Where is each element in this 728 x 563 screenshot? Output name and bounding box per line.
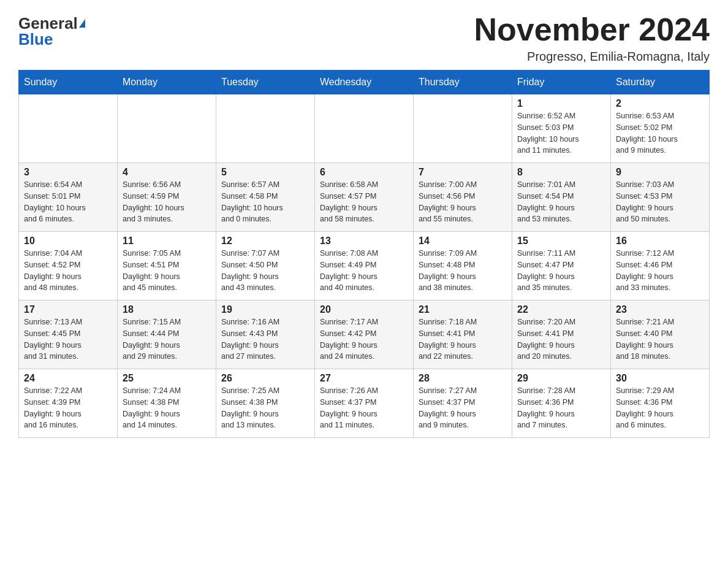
cell-sun-info: Sunrise: 7:28 AM Sunset: 4:36 PM Dayligh…: [517, 385, 605, 431]
page-header: General Blue November 2024 Progresso, Em…: [18, 12, 710, 64]
calendar-week-row: 10Sunrise: 7:04 AM Sunset: 4:52 PM Dayli…: [19, 232, 710, 301]
cell-sun-info: Sunrise: 7:00 AM Sunset: 4:56 PM Dayligh…: [419, 179, 507, 225]
cell-sun-info: Sunrise: 7:11 AM Sunset: 4:47 PM Dayligh…: [517, 248, 605, 294]
cell-date-number: 7: [419, 167, 507, 178]
cell-date-number: 22: [517, 304, 605, 315]
calendar-table: SundayMondayTuesdayWednesdayThursdayFrid…: [18, 70, 710, 438]
cell-date-number: 29: [517, 373, 605, 384]
cell-date-number: 30: [616, 373, 704, 384]
cell-sun-info: Sunrise: 7:20 AM Sunset: 4:41 PM Dayligh…: [517, 316, 605, 362]
calendar-cell: 26Sunrise: 7:25 AM Sunset: 4:38 PM Dayli…: [216, 369, 315, 438]
weekday-header-wednesday: Wednesday: [315, 71, 414, 94]
calendar-cell: [216, 94, 315, 163]
calendar-week-row: 3Sunrise: 6:54 AM Sunset: 5:01 PM Daylig…: [19, 163, 710, 232]
cell-date-number: 12: [221, 236, 309, 247]
cell-sun-info: Sunrise: 7:12 AM Sunset: 4:46 PM Dayligh…: [616, 248, 704, 294]
cell-date-number: 20: [320, 304, 408, 315]
cell-date-number: 16: [616, 236, 704, 247]
calendar-cell: 10Sunrise: 7:04 AM Sunset: 4:52 PM Dayli…: [19, 232, 118, 301]
calendar-cell: 24Sunrise: 7:22 AM Sunset: 4:39 PM Dayli…: [19, 369, 118, 438]
weekday-header-friday: Friday: [512, 71, 611, 94]
cell-sun-info: Sunrise: 7:09 AM Sunset: 4:48 PM Dayligh…: [419, 248, 507, 294]
cell-sun-info: Sunrise: 7:05 AM Sunset: 4:51 PM Dayligh…: [123, 248, 211, 294]
cell-sun-info: Sunrise: 7:04 AM Sunset: 4:52 PM Dayligh…: [24, 248, 112, 294]
weekday-header-tuesday: Tuesday: [216, 71, 315, 94]
cell-date-number: 21: [419, 304, 507, 315]
logo-general-text: General: [18, 15, 78, 31]
calendar-cell: 22Sunrise: 7:20 AM Sunset: 4:41 PM Dayli…: [512, 301, 611, 369]
cell-sun-info: Sunrise: 7:26 AM Sunset: 4:37 PM Dayligh…: [320, 385, 408, 431]
cell-sun-info: Sunrise: 7:25 AM Sunset: 4:38 PM Dayligh…: [221, 385, 309, 431]
cell-sun-info: Sunrise: 7:29 AM Sunset: 4:36 PM Dayligh…: [616, 385, 704, 431]
calendar-cell: 23Sunrise: 7:21 AM Sunset: 4:40 PM Dayli…: [611, 301, 710, 369]
calendar-cell: 4Sunrise: 6:56 AM Sunset: 4:59 PM Daylig…: [118, 163, 216, 232]
logo: General Blue: [18, 12, 85, 47]
cell-sun-info: Sunrise: 7:15 AM Sunset: 4:44 PM Dayligh…: [123, 316, 211, 362]
calendar-cell: [19, 94, 118, 163]
weekday-header-monday: Monday: [118, 71, 216, 94]
calendar-cell: 21Sunrise: 7:18 AM Sunset: 4:41 PM Dayli…: [414, 301, 512, 369]
cell-date-number: 9: [616, 167, 704, 178]
cell-date-number: 4: [123, 167, 211, 178]
calendar-cell: 9Sunrise: 7:03 AM Sunset: 4:53 PM Daylig…: [611, 163, 710, 232]
cell-sun-info: Sunrise: 7:01 AM Sunset: 4:54 PM Dayligh…: [517, 179, 605, 225]
cell-date-number: 15: [517, 236, 605, 247]
cell-sun-info: Sunrise: 7:16 AM Sunset: 4:43 PM Dayligh…: [221, 316, 309, 362]
calendar-cell: 27Sunrise: 7:26 AM Sunset: 4:37 PM Dayli…: [315, 369, 414, 438]
calendar-cell: 14Sunrise: 7:09 AM Sunset: 4:48 PM Dayli…: [414, 232, 512, 301]
cell-date-number: 11: [123, 236, 211, 247]
cell-date-number: 17: [24, 304, 112, 315]
cell-date-number: 23: [616, 304, 704, 315]
calendar-cell: 11Sunrise: 7:05 AM Sunset: 4:51 PM Dayli…: [118, 232, 216, 301]
cell-sun-info: Sunrise: 6:54 AM Sunset: 5:01 PM Dayligh…: [24, 179, 112, 225]
calendar-cell: 12Sunrise: 7:07 AM Sunset: 4:50 PM Dayli…: [216, 232, 315, 301]
cell-sun-info: Sunrise: 6:53 AM Sunset: 5:02 PM Dayligh…: [616, 110, 704, 156]
calendar-cell: 6Sunrise: 6:58 AM Sunset: 4:57 PM Daylig…: [315, 163, 414, 232]
cell-date-number: 1: [517, 98, 605, 109]
weekday-header-thursday: Thursday: [414, 71, 512, 94]
cell-sun-info: Sunrise: 7:22 AM Sunset: 4:39 PM Dayligh…: [24, 385, 112, 431]
cell-sun-info: Sunrise: 7:03 AM Sunset: 4:53 PM Dayligh…: [616, 179, 704, 225]
calendar-cell: 5Sunrise: 6:57 AM Sunset: 4:58 PM Daylig…: [216, 163, 315, 232]
location-title: Progresso, Emilia-Romagna, Italy: [474, 50, 710, 64]
cell-sun-info: Sunrise: 7:13 AM Sunset: 4:45 PM Dayligh…: [24, 316, 112, 362]
calendar-cell: 29Sunrise: 7:28 AM Sunset: 4:36 PM Dayli…: [512, 369, 611, 438]
logo-triangle-icon: [79, 19, 85, 28]
calendar-cell: 8Sunrise: 7:01 AM Sunset: 4:54 PM Daylig…: [512, 163, 611, 232]
cell-date-number: 5: [221, 167, 309, 178]
calendar-week-row: 1Sunrise: 6:52 AM Sunset: 5:03 PM Daylig…: [19, 94, 710, 163]
cell-date-number: 10: [24, 236, 112, 247]
weekday-header-sunday: Sunday: [19, 71, 118, 94]
calendar-cell: 18Sunrise: 7:15 AM Sunset: 4:44 PM Dayli…: [118, 301, 216, 369]
calendar-cell: 30Sunrise: 7:29 AM Sunset: 4:36 PM Dayli…: [611, 369, 710, 438]
cell-date-number: 24: [24, 373, 112, 384]
cell-date-number: 3: [24, 167, 112, 178]
cell-date-number: 26: [221, 373, 309, 384]
cell-sun-info: Sunrise: 7:08 AM Sunset: 4:49 PM Dayligh…: [320, 248, 408, 294]
cell-sun-info: Sunrise: 7:24 AM Sunset: 4:38 PM Dayligh…: [123, 385, 211, 431]
cell-date-number: 18: [123, 304, 211, 315]
calendar-cell: 13Sunrise: 7:08 AM Sunset: 4:49 PM Dayli…: [315, 232, 414, 301]
calendar-cell: 19Sunrise: 7:16 AM Sunset: 4:43 PM Dayli…: [216, 301, 315, 369]
calendar-cell: 16Sunrise: 7:12 AM Sunset: 4:46 PM Dayli…: [611, 232, 710, 301]
cell-date-number: 25: [123, 373, 211, 384]
month-title: November 2024: [474, 12, 710, 47]
calendar-cell: 1Sunrise: 6:52 AM Sunset: 5:03 PM Daylig…: [512, 94, 611, 163]
cell-date-number: 14: [419, 236, 507, 247]
weekday-header-row: SundayMondayTuesdayWednesdayThursdayFrid…: [19, 71, 710, 94]
calendar-cell: 28Sunrise: 7:27 AM Sunset: 4:37 PM Dayli…: [414, 369, 512, 438]
calendar-cell: [315, 94, 414, 163]
cell-date-number: 2: [616, 98, 704, 109]
cell-date-number: 27: [320, 373, 408, 384]
calendar-cell: 17Sunrise: 7:13 AM Sunset: 4:45 PM Dayli…: [19, 301, 118, 369]
calendar-cell: 3Sunrise: 6:54 AM Sunset: 5:01 PM Daylig…: [19, 163, 118, 232]
calendar-cell: 7Sunrise: 7:00 AM Sunset: 4:56 PM Daylig…: [414, 163, 512, 232]
cell-sun-info: Sunrise: 7:18 AM Sunset: 4:41 PM Dayligh…: [419, 316, 507, 362]
calendar-cell: 20Sunrise: 7:17 AM Sunset: 4:42 PM Dayli…: [315, 301, 414, 369]
cell-date-number: 13: [320, 236, 408, 247]
cell-sun-info: Sunrise: 6:52 AM Sunset: 5:03 PM Dayligh…: [517, 110, 605, 156]
calendar-week-row: 24Sunrise: 7:22 AM Sunset: 4:39 PM Dayli…: [19, 369, 710, 438]
calendar-cell: 25Sunrise: 7:24 AM Sunset: 4:38 PM Dayli…: [118, 369, 216, 438]
weekday-header-saturday: Saturday: [611, 71, 710, 94]
cell-date-number: 6: [320, 167, 408, 178]
